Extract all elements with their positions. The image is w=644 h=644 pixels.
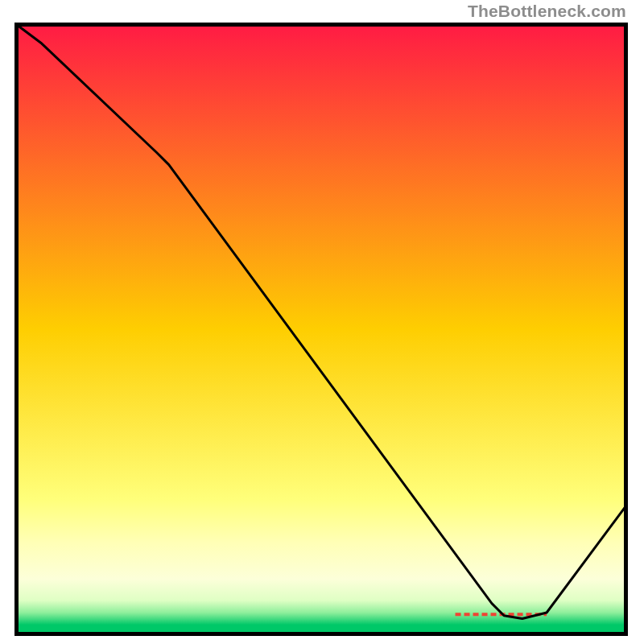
attribution-label: TheBottleneck.com xyxy=(468,2,626,21)
chart-background xyxy=(17,25,626,634)
bottleneck-chart xyxy=(14,23,628,636)
